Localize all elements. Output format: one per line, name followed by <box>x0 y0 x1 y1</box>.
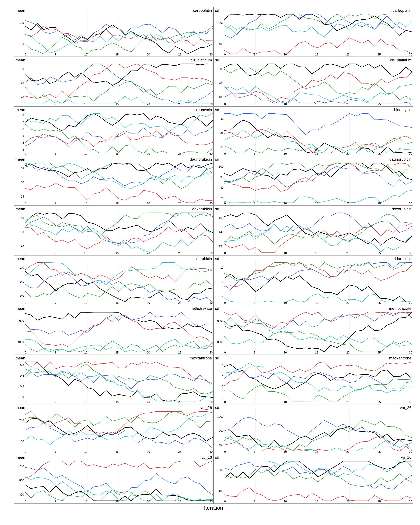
x-tick-label: 20 <box>147 103 150 106</box>
chart-svg-sd-bleomycin <box>224 112 412 153</box>
x-tick-label: 30 <box>209 500 213 503</box>
x-tick-label: 20 <box>346 202 349 205</box>
chart-svg-sd-cis_platinum <box>224 62 412 103</box>
x-tick-label: 20 <box>147 202 150 205</box>
y-tick-label: 700 <box>219 429 224 432</box>
y-axis-mean-methotrexate: 80004000 <box>14 305 25 355</box>
x-axis-mean-idarubicin: 051015202530 <box>25 301 213 305</box>
x-axis-label: Iteration <box>14 505 413 511</box>
chart-svg-sd-doxorubicin <box>224 211 412 253</box>
chart-sd-daunorubicin: sddaunorubicin100908070051015202530 <box>214 156 413 206</box>
x-tick-label: 25 <box>378 450 381 453</box>
x-tick-label: 30 <box>209 450 213 453</box>
x-tick-label: 15 <box>315 252 318 255</box>
y-tick-label: 0.0 <box>20 294 24 298</box>
x-tick-label: 15 <box>315 202 318 205</box>
x-tick-label: 15 <box>115 450 119 453</box>
chart-sd-cis_platinum: sdcis_platinum300200100051015202530 <box>214 57 413 106</box>
x-tick-label: 15 <box>115 252 119 255</box>
chart-svg-mean-daunorubicin <box>25 161 213 203</box>
y-tick-label: 1.0 <box>20 266 24 269</box>
x-axis-sd-doxorubicin: 051015202530 <box>224 252 412 255</box>
x-tick-label: 25 <box>178 401 181 404</box>
x-tick-label: 30 <box>409 53 412 56</box>
x-tick-label: 5 <box>254 252 255 255</box>
x-tick-label: 0 <box>224 53 226 56</box>
y-axis-sd-methotrexate: 4000020000 <box>214 305 224 355</box>
x-tick-label: 5 <box>254 450 255 453</box>
y-tick-label: 200 <box>19 419 24 422</box>
chart-mean-methotrexate: meanmethotrexate80004000051015202530 <box>14 305 214 355</box>
y-tick-label: 6 <box>22 128 24 131</box>
x-tick-label: 30 <box>409 401 412 404</box>
y-tick-label: 300 <box>219 67 224 71</box>
y-axis-mean-cis_platinum: 604020 <box>14 57 25 106</box>
chart-sd-idarubicin: sdidarubicin1050051015202530 <box>214 255 413 305</box>
x-tick-label: 10 <box>84 252 87 255</box>
x-tick-label: 20 <box>147 53 150 56</box>
x-axis-mean-cis_platinum: 051015202530 <box>25 103 213 106</box>
chart-sd-vp_16: sdvp_161500400051015202530 <box>214 454 413 504</box>
x-tick-label: 20 <box>147 401 150 404</box>
x-tick-label: 10 <box>284 53 287 56</box>
y-tick-label: 2 <box>222 385 224 388</box>
x-tick-label: 0 <box>25 152 26 155</box>
x-tick-label: 25 <box>378 152 381 155</box>
y-tick-label: 150 <box>19 21 24 25</box>
x-tick-label: 0 <box>25 401 26 404</box>
x-tick-label: 15 <box>315 450 318 453</box>
x-tick-label: 20 <box>346 301 349 304</box>
chart-svg-sd-daunorubicin <box>224 161 412 203</box>
x-tick-label: 10 <box>84 103 87 106</box>
y-tick-label: 700 <box>19 465 24 468</box>
y-tick-label: 25 <box>21 195 24 198</box>
y-tick-label: 500 <box>19 479 24 482</box>
x-tick-label: 20 <box>147 351 150 354</box>
x-tick-label: 30 <box>209 252 213 255</box>
x-tick-label: 30 <box>409 252 412 255</box>
y-tick-label: 35 <box>21 167 24 170</box>
chart-mean-daunorubicin: meandaunorubicin353025051015202530 <box>14 156 214 206</box>
x-axis-mean-vp_16: 051015202530 <box>25 500 213 504</box>
x-tick-label: 15 <box>315 500 318 503</box>
x-axis-sd-idarubicin: 051015202530 <box>224 301 412 305</box>
chart-mean-idarubicin: meanidarubicin1.00.50.0051015202530 <box>14 255 214 305</box>
y-tick-label: 145 <box>219 231 224 234</box>
y-tick-label: 300 <box>19 493 24 496</box>
y-tick-label: 5 <box>222 280 224 283</box>
x-tick-label: 10 <box>84 450 87 453</box>
y-tick-label: 40 <box>21 82 24 85</box>
x-tick-label: 0 <box>25 202 26 205</box>
x-tick-label: 15 <box>315 401 318 404</box>
y-tick-label: 0 <box>222 395 224 399</box>
y-tick-label: 400 <box>219 443 224 447</box>
y-tick-label: 400 <box>219 43 224 46</box>
y-tick-label: 400 <box>219 490 224 493</box>
x-axis-sd-bleomycin: 051015202530 <box>224 152 412 156</box>
y-axis-sd-carboplatin: 800400 <box>214 7 224 56</box>
x-tick-label: 20 <box>346 450 349 453</box>
y-tick-label: 20 <box>220 145 224 149</box>
chart-svg-mean-methotrexate <box>25 310 213 352</box>
x-tick-label: 20 <box>346 500 349 503</box>
y-tick-label: 1500 <box>217 469 224 472</box>
y-tick-label: 50 <box>21 43 24 46</box>
x-tick-label: 10 <box>284 401 287 404</box>
y-tick-label: 90 <box>220 176 224 179</box>
x-tick-label: 5 <box>254 202 255 205</box>
x-tick-label: 20 <box>346 401 349 404</box>
x-tick-label: 10 <box>284 252 287 255</box>
x-tick-label: 5 <box>55 351 56 354</box>
x-tick-label: 0 <box>224 351 226 354</box>
chart-svg-mean-mitoxantrone <box>25 360 213 402</box>
y-axis-sd-cis_platinum: 300200100 <box>214 57 224 106</box>
y-tick-label: 100 <box>19 231 24 234</box>
x-tick-label: 30 <box>209 152 213 155</box>
x-tick-label: 30 <box>409 202 412 205</box>
y-axis-sd-vm_26: 1000700400 <box>214 404 224 454</box>
x-tick-label: 10 <box>84 53 87 56</box>
main-container: meancarboplatin15050051015202530sdcarbop… <box>0 0 420 525</box>
x-tick-label: 25 <box>178 202 181 205</box>
x-tick-label: 5 <box>55 252 56 255</box>
y-tick-label: 100 <box>19 440 24 443</box>
